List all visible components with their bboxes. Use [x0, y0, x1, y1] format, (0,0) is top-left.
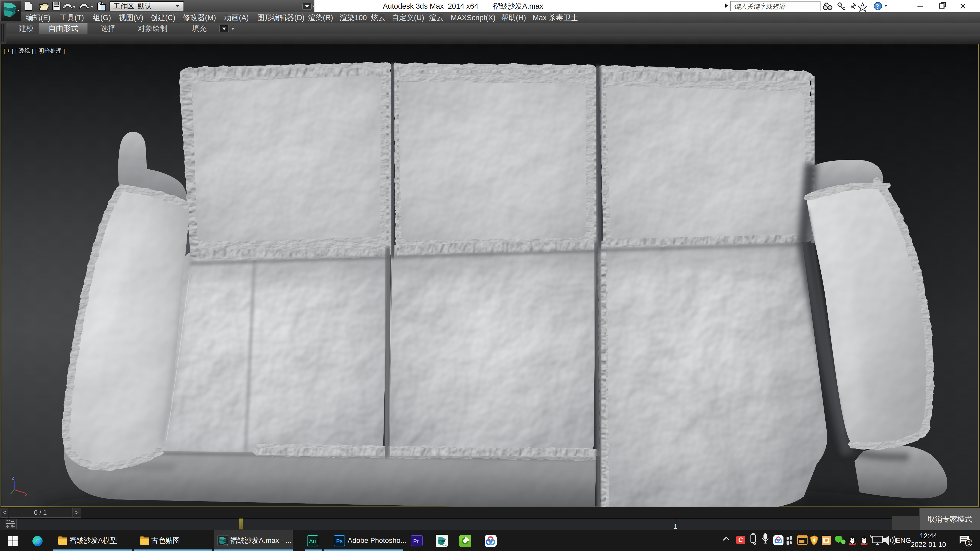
- svg-text:Pr: Pr: [413, 538, 419, 545]
- svg-text:ENG: ENG: [896, 537, 911, 545]
- svg-text:1: 1: [967, 540, 970, 546]
- svg-text:C: C: [738, 536, 743, 543]
- svg-text:?: ?: [876, 3, 879, 10]
- svg-text:工作区: 默认: 工作区: 默认: [113, 2, 151, 10]
- svg-text:MAX: MAX: [224, 543, 228, 546]
- svg-text:z: z: [12, 475, 14, 481]
- svg-text:Ps: Ps: [336, 538, 343, 545]
- svg-text:Au: Au: [309, 538, 316, 545]
- svg-text:x: x: [25, 491, 27, 497]
- svg-text:MAX: MAX: [442, 544, 448, 547]
